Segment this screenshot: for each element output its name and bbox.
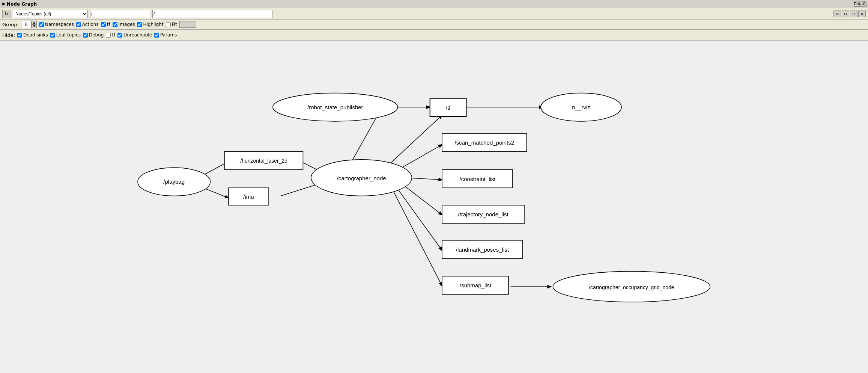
svg-line-12	[394, 192, 442, 286]
hide-label: Hide:	[2, 32, 15, 38]
params-checkbox-label[interactable]: Params	[154, 32, 177, 38]
label-tf: /tf	[446, 104, 451, 111]
svg-line-8	[402, 145, 442, 168]
label-occupancy-grid: /cartographer_occupancy_grid_node	[589, 284, 674, 290]
toolbar-main: ↻ Nodes/Topics (all) ⊞ ⊟ ⊡ ✕	[0, 8, 868, 20]
actions-checkbox[interactable]	[76, 22, 81, 27]
window-title: Node Graph	[7, 2, 37, 7]
images-checkbox-label[interactable]: Images	[113, 22, 135, 27]
params-checkbox[interactable]	[154, 33, 159, 38]
label-playbag: /playbag	[163, 178, 185, 185]
highlight-color-box[interactable]	[179, 21, 196, 28]
minimize-button[interactable]: D⊞	[854, 2, 860, 7]
label-robot-state-publisher: /robot_state_publisher	[307, 104, 363, 110]
images-checkbox[interactable]	[113, 22, 117, 27]
debug-checkbox-label[interactable]: Debug	[83, 32, 104, 38]
close-button[interactable]: -0	[860, 2, 866, 7]
refresh-button[interactable]: ↻	[2, 10, 11, 18]
node-filter-input[interactable]	[152, 10, 272, 18]
svg-line-10	[402, 184, 442, 215]
dead-sinks-checkbox-label[interactable]: Dead sinks	[17, 32, 48, 38]
namespaces-checkbox[interactable]	[39, 22, 44, 27]
actions-checkbox-label[interactable]: Actions	[76, 22, 99, 27]
title-bar-buttons: D⊞ -0	[854, 2, 866, 7]
window-btn-4[interactable]: ✕	[858, 11, 866, 17]
node-filter-dropdown[interactable]: Nodes/Topics (all)	[13, 10, 88, 18]
toolbar-hide: Hide: Dead sinks Leaf topics Debug tf Un…	[0, 30, 868, 41]
label-landmark: /landmark_poses_list	[456, 246, 509, 253]
graph-area[interactable]: /playbag /horizontal_laser_2d /imu /robo…	[0, 41, 868, 373]
tf-checkbox-label[interactable]: tf	[101, 22, 110, 27]
label-rviz: n__rviz	[572, 104, 590, 110]
tf-hide-checkbox-label[interactable]: tf	[106, 32, 115, 38]
group-value[interactable]: 6	[21, 21, 32, 28]
spin-up-button[interactable]: ▲	[32, 21, 37, 24]
debug-checkbox[interactable]	[83, 33, 88, 38]
window-btn-3[interactable]: ⊡	[850, 11, 857, 17]
dead-sinks-checkbox[interactable]	[17, 33, 22, 38]
label-submap: /submap_list	[460, 282, 492, 288]
svg-line-11	[398, 189, 442, 250]
title-bar-icon: ✖	[2, 2, 5, 7]
window-btn-2[interactable]: ⊟	[842, 11, 849, 17]
svg-line-7	[386, 115, 442, 168]
window-controls: ⊞ ⊟ ⊡ ✕	[833, 11, 866, 17]
toolbar-options: Group: 6 ▲ ▼ Namespaces Actions tf Image…	[0, 20, 868, 30]
group-label: Group:	[2, 22, 19, 27]
tf-hide-checkbox[interactable]	[106, 33, 111, 38]
highlight-checkbox[interactable]	[137, 22, 142, 27]
fit-checkbox[interactable]	[166, 22, 171, 27]
tf-checkbox[interactable]	[101, 22, 106, 27]
highlight-checkbox-label[interactable]: Highlight	[137, 22, 163, 27]
namespace-filter-input[interactable]	[90, 10, 150, 18]
spin-down-button[interactable]: ▼	[32, 24, 37, 28]
svg-line-5	[349, 115, 378, 166]
leaf-topics-checkbox[interactable]	[50, 33, 55, 38]
window-btn-1[interactable]: ⊞	[833, 11, 841, 17]
fit-checkbox-label[interactable]: Fit	[166, 22, 177, 27]
label-constraint-list: /constraint_list	[460, 176, 496, 182]
label-trajectory: /trajectory_node_list	[458, 211, 508, 217]
group-spinner[interactable]: 6 ▲ ▼	[21, 21, 37, 28]
leaf-topics-checkbox-label[interactable]: Leaf topics	[50, 32, 81, 38]
label-imu: /imu	[243, 193, 254, 200]
label-cartographer: /cartographer_node	[337, 175, 386, 181]
unreachable-checkbox-label[interactable]: Unreachable	[117, 32, 152, 38]
graph-svg[interactable]: /playbag /horizontal_laser_2d /imu /robo…	[0, 41, 868, 373]
title-bar: ✖ Node Graph D⊞ -0	[0, 0, 868, 8]
label-horizontal-laser: /horizontal_laser_2d	[240, 158, 287, 164]
unreachable-checkbox[interactable]	[117, 33, 122, 38]
label-scan-matched: /scan_matched_points2	[454, 139, 514, 146]
namespaces-checkbox-label[interactable]: Namespaces	[39, 22, 74, 27]
